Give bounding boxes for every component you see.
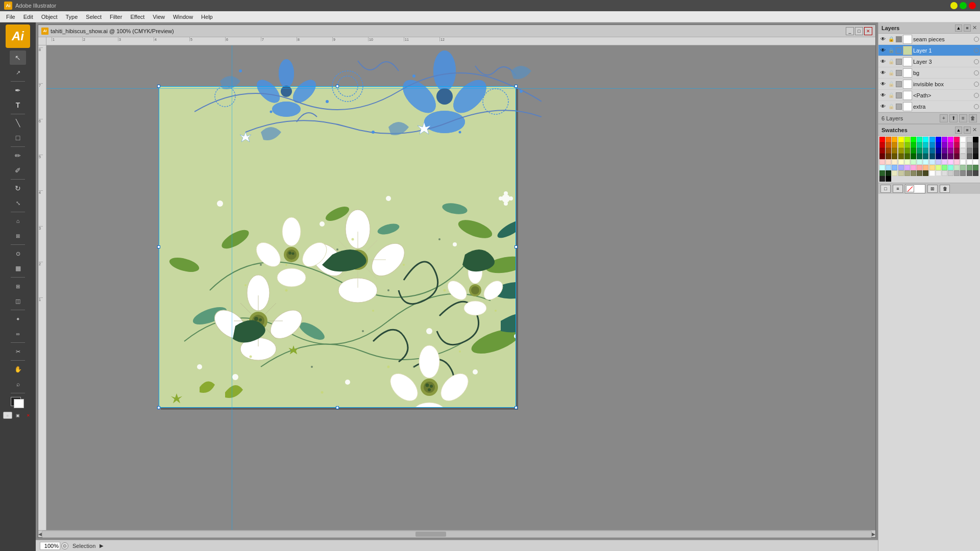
color-swatch[interactable] xyxy=(892,159,897,165)
layer-row-invisible-box[interactable]: 👁 🔒 invisible box xyxy=(878,79,980,90)
layer-row-layer1[interactable]: 👁 🔒 Layer 1 xyxy=(878,45,980,56)
color-swatch[interactable] xyxy=(936,137,941,142)
layer-row-bg[interactable]: 👁 🔒 bg xyxy=(878,67,980,79)
color-swatch[interactable] xyxy=(942,154,947,159)
color-swatch[interactable] xyxy=(904,142,910,148)
color-swatch[interactable] xyxy=(967,137,972,142)
color-swatch[interactable] xyxy=(929,165,935,170)
color-swatch[interactable] xyxy=(904,170,910,176)
menu-filter[interactable]: Filter xyxy=(106,13,126,21)
color-swatch[interactable] xyxy=(973,154,978,159)
color-swatch[interactable] xyxy=(898,148,904,154)
color-swatch[interactable] xyxy=(929,142,935,148)
menu-view[interactable]: View xyxy=(149,13,169,21)
layer-row-path[interactable]: 👁 🔒 <Path> xyxy=(878,90,980,101)
new-layer-btn[interactable]: + xyxy=(940,114,948,122)
color-swatch[interactable] xyxy=(886,137,891,142)
color-swatch[interactable] xyxy=(954,170,960,176)
color-swatch[interactable] xyxy=(942,148,947,154)
color-swatch[interactable] xyxy=(904,148,910,154)
color-swatch[interactable] xyxy=(954,154,960,159)
menu-edit[interactable]: Edit xyxy=(19,13,37,21)
direct-selection-tool[interactable]: ↗ xyxy=(10,65,26,80)
swatch-libraries-btn[interactable]: ≡ xyxy=(893,185,903,193)
color-swatch[interactable] xyxy=(960,159,966,165)
color-swatch[interactable] xyxy=(917,170,922,176)
color-swatch[interactable] xyxy=(973,148,978,154)
color-swatch[interactable] xyxy=(967,148,972,154)
delete-swatch-btn[interactable]: 🗑 xyxy=(940,185,950,193)
color-swatch[interactable] xyxy=(879,170,885,176)
color-swatch[interactable] xyxy=(967,142,972,148)
menu-select[interactable]: Select xyxy=(82,13,106,21)
color-swatch[interactable] xyxy=(923,159,928,165)
rotate-tool[interactable]: ↻ xyxy=(10,181,26,195)
color-swatch[interactable] xyxy=(886,170,891,176)
color-swatch[interactable] xyxy=(904,137,910,142)
color-swatch[interactable] xyxy=(967,170,972,176)
options-btn[interactable]: ≡ xyxy=(959,114,967,122)
color-swatch[interactable] xyxy=(898,165,904,170)
color-swatch[interactable] xyxy=(936,159,941,165)
color-swatch[interactable] xyxy=(917,142,922,148)
color-swatch[interactable] xyxy=(886,154,891,159)
color-swatch[interactable] xyxy=(936,142,941,148)
color-swatch[interactable] xyxy=(879,142,885,148)
layer-lock-icon[interactable]: 🔒 xyxy=(888,103,895,110)
layer-visibility-eye[interactable]: 👁 xyxy=(879,81,887,88)
options-swatch-btn[interactable]: ⊞ xyxy=(927,185,938,193)
warp-tool[interactable]: ⌂ xyxy=(10,214,26,228)
color-swatch[interactable] xyxy=(973,142,978,148)
menu-effect[interactable]: Effect xyxy=(126,13,149,21)
color-swatch[interactable] xyxy=(973,137,978,142)
swatches-menu-btn[interactable]: ≡ xyxy=(964,127,971,134)
layer-lock-icon[interactable]: 🔒 xyxy=(888,58,895,65)
layers-close-btn[interactable]: ✕ xyxy=(972,24,977,32)
color-swatch[interactable] xyxy=(973,165,978,170)
color-btn[interactable]: ■ xyxy=(3,412,12,419)
scroll-left-arrow[interactable]: ◀ xyxy=(38,532,42,537)
menu-file[interactable]: File xyxy=(2,13,19,21)
doc-minimize-btn[interactable]: _ xyxy=(846,27,854,35)
color-swatch[interactable] xyxy=(879,176,885,182)
layer-row-extra[interactable]: 👁 🔒 extra xyxy=(878,101,980,112)
color-swatch[interactable] xyxy=(904,154,910,159)
color-swatch[interactable] xyxy=(923,148,928,154)
color-swatch[interactable] xyxy=(917,137,922,142)
layer-lock-icon[interactable]: 🔒 xyxy=(888,47,895,54)
layer-lock-icon[interactable]: 🔒 xyxy=(888,81,895,88)
color-swatch[interactable] xyxy=(886,165,891,170)
scissors-tool[interactable]: ✂ xyxy=(10,344,26,359)
column-graph-tool[interactable]: ▦ xyxy=(10,261,26,276)
color-swatch[interactable] xyxy=(942,165,947,170)
zoom-input[interactable] xyxy=(40,542,60,550)
blend-tool[interactable]: ∞ xyxy=(10,327,26,341)
layer-visibility-eye[interactable]: 👁 xyxy=(879,58,887,65)
color-swatch[interactable] xyxy=(879,137,885,142)
color-swatch[interactable] xyxy=(960,142,966,148)
color-swatch[interactable] xyxy=(942,170,947,176)
color-swatch[interactable] xyxy=(942,137,947,142)
color-swatch[interactable] xyxy=(917,165,922,170)
layer-target-circle[interactable] xyxy=(974,93,979,98)
color-swatch[interactable] xyxy=(967,165,972,170)
layers-menu-btn[interactable]: ≡ xyxy=(964,24,971,32)
color-swatch[interactable] xyxy=(911,154,916,159)
color-swatch[interactable] xyxy=(892,165,897,170)
menu-help[interactable]: Help xyxy=(197,13,217,21)
selection-tool[interactable]: ↖ xyxy=(10,51,26,65)
close-button[interactable] xyxy=(969,2,976,9)
color-swatch[interactable] xyxy=(923,154,928,159)
paintbrush-tool[interactable]: ✏ xyxy=(10,148,26,163)
maximize-button[interactable] xyxy=(960,2,967,9)
color-swatch[interactable] xyxy=(892,154,897,159)
color-swatch[interactable] xyxy=(892,148,897,154)
color-swatch[interactable] xyxy=(879,159,885,165)
color-swatch[interactable] xyxy=(898,142,904,148)
new-swatch-btn[interactable]: □ xyxy=(880,185,891,193)
color-swatch[interactable] xyxy=(948,154,953,159)
layer-target-circle[interactable] xyxy=(974,70,979,76)
color-swatch[interactable] xyxy=(904,159,910,165)
color-swatch[interactable] xyxy=(954,148,960,154)
layer-visibility-eye[interactable]: 👁 xyxy=(879,47,887,54)
